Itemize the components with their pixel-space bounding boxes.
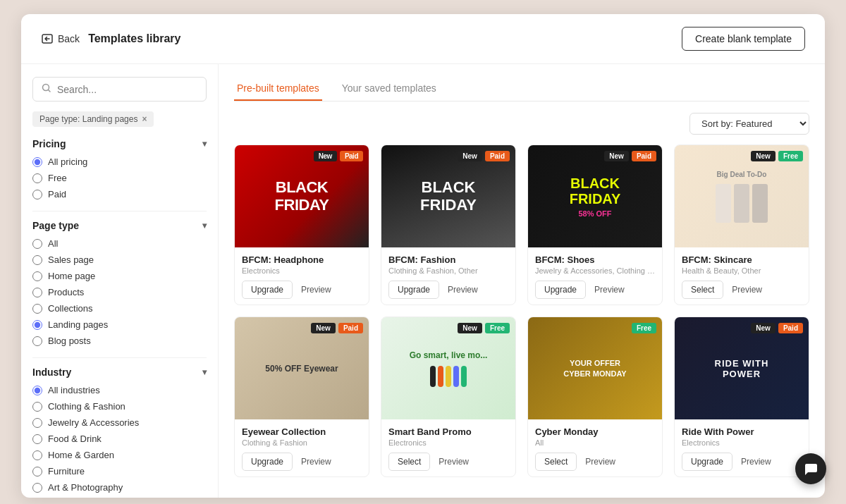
page-type-blog[interactable]: Blog posts bbox=[32, 336, 207, 346]
template-name: BFCM: Headphone bbox=[242, 254, 362, 265]
page-type-products[interactable]: Products bbox=[32, 287, 207, 297]
pricing-section-header[interactable]: Pricing ▾ bbox=[32, 138, 207, 149]
page-type-landing-radio[interactable] bbox=[32, 320, 42, 330]
industry-options: All industries Clothing & Fashion Jewelr… bbox=[32, 385, 207, 498]
industry-section: Industry ▾ All industries Clothing & Fas… bbox=[32, 367, 207, 498]
industry-label: Industry bbox=[32, 367, 71, 378]
upgrade-button[interactable]: Upgrade bbox=[242, 453, 293, 471]
industry-jewelry-radio[interactable] bbox=[32, 418, 42, 428]
preview-button[interactable]: Preview bbox=[298, 281, 334, 299]
industry-home-garden[interactable]: Home & Garden bbox=[32, 450, 207, 460]
template-card-eyewear: 50% OFF Eyewear New Paid Eyewear Collect… bbox=[234, 316, 369, 477]
badge-new: New bbox=[458, 151, 482, 161]
create-blank-button[interactable]: Create blank template bbox=[682, 27, 805, 51]
template-grid: BLACKFRIDAY New Paid BFCM: Headphone Ele… bbox=[234, 145, 809, 477]
template-actions: Select Preview bbox=[535, 453, 655, 471]
pricing-free[interactable]: Free bbox=[32, 173, 207, 183]
sort-select[interactable]: Sort by: Featured Sort by: Newest Sort b… bbox=[689, 113, 809, 135]
template-image-eyewear: 50% OFF Eyewear New Paid bbox=[235, 317, 369, 419]
industry-food-radio[interactable] bbox=[32, 434, 42, 444]
template-card-bfcm-skincare: Big Deal To-Do New Free bbox=[674, 145, 809, 305]
pricing-all-label: All pricing bbox=[48, 156, 87, 167]
preview-button[interactable]: Preview bbox=[729, 281, 765, 299]
template-category: Electronics bbox=[682, 438, 802, 447]
search-box[interactable] bbox=[32, 77, 207, 102]
page-type-sales-radio[interactable] bbox=[32, 255, 42, 265]
pricing-free-radio[interactable] bbox=[32, 173, 42, 183]
badge-paid: Paid bbox=[632, 151, 656, 161]
preview-button[interactable]: Preview bbox=[445, 281, 481, 299]
badge-paid: Paid bbox=[778, 323, 803, 333]
upgrade-button[interactable]: Upgrade bbox=[388, 281, 439, 299]
page-type-all-radio[interactable] bbox=[32, 239, 42, 249]
pricing-paid[interactable]: Paid bbox=[32, 189, 207, 199]
template-card-bfcm-fashion: BLACKFRIDAY New Paid BFCM: Fashion Cloth… bbox=[381, 145, 516, 305]
page-type-all[interactable]: All bbox=[32, 238, 207, 249]
template-display-text: 50% OFF Eyewear bbox=[265, 364, 338, 374]
page-type-section-header[interactable]: Page type ▾ bbox=[32, 220, 207, 231]
industry-home-label: Home & Garden bbox=[48, 450, 114, 460]
page-type-home[interactable]: Home page bbox=[32, 271, 207, 281]
template-actions: Upgrade Preview bbox=[388, 281, 508, 299]
remove-filter-button[interactable]: × bbox=[142, 114, 147, 124]
industry-furniture-radio[interactable] bbox=[32, 467, 42, 477]
template-image-cyber: YOUR OFFERCYBER MONDAY Free bbox=[528, 317, 662, 419]
template-badges: New Paid bbox=[604, 151, 656, 161]
page-type-blog-radio[interactable] bbox=[32, 336, 42, 346]
select-button[interactable]: Select bbox=[535, 453, 577, 471]
select-button[interactable]: Select bbox=[682, 281, 723, 299]
active-filter-tag: Page type: Landing pages × bbox=[32, 111, 154, 127]
template-badges: New Free bbox=[458, 323, 510, 333]
template-card-bfcm-shoes: BLACKFRIDAY 58% OFF New Paid BFCM: Shoes… bbox=[527, 145, 663, 305]
page-type-collections-radio[interactable] bbox=[32, 304, 42, 314]
template-name: Eyewear Collection bbox=[242, 426, 362, 437]
upgrade-button[interactable]: Upgrade bbox=[535, 281, 586, 299]
industry-all[interactable]: All industries bbox=[32, 385, 207, 395]
pricing-paid-radio[interactable] bbox=[32, 190, 42, 199]
page-type-home-radio[interactable] bbox=[32, 271, 42, 281]
industry-furniture[interactable]: Furniture bbox=[32, 466, 207, 477]
search-input[interactable] bbox=[57, 84, 197, 95]
page-type-landing[interactable]: Landing pages bbox=[32, 319, 207, 330]
page-type-sales[interactable]: Sales page bbox=[32, 254, 207, 265]
back-button[interactable]: Back bbox=[41, 32, 80, 45]
page-type-home-label: Home page bbox=[48, 271, 95, 281]
industry-art-radio[interactable] bbox=[32, 483, 42, 493]
upgrade-button[interactable]: Upgrade bbox=[682, 453, 732, 471]
tab-pre-built[interactable]: Pre-built templates bbox=[234, 77, 322, 101]
template-info: Cyber Monday All Select Preview bbox=[528, 419, 662, 477]
badge-new: New bbox=[311, 323, 336, 333]
upgrade-button[interactable]: Upgrade bbox=[242, 281, 293, 299]
industry-art[interactable]: Art & Photography bbox=[32, 482, 207, 493]
pricing-paid-label: Paid bbox=[48, 189, 66, 199]
industry-all-radio[interactable] bbox=[32, 386, 42, 395]
chat-bubble-button[interactable] bbox=[795, 453, 826, 484]
industry-clothing-radio[interactable] bbox=[32, 402, 42, 412]
select-button[interactable]: Select bbox=[388, 453, 430, 471]
template-actions: Upgrade Preview bbox=[682, 453, 802, 471]
badge-paid: Paid bbox=[340, 151, 363, 161]
industry-home-radio[interactable] bbox=[32, 450, 42, 460]
page-type-products-label: Products bbox=[48, 287, 84, 297]
template-info: Ride With Power Electronics Upgrade Prev… bbox=[675, 419, 809, 477]
preview-button[interactable]: Preview bbox=[738, 453, 774, 471]
industry-all-label: All industries bbox=[48, 385, 100, 395]
page-type-products-radio[interactable] bbox=[32, 288, 42, 297]
template-actions: Upgrade Preview bbox=[242, 281, 362, 299]
tab-saved[interactable]: Your saved templates bbox=[339, 77, 439, 101]
pricing-all-pricing[interactable]: All pricing bbox=[32, 156, 207, 167]
industry-clothing[interactable]: Clothing & Fashion bbox=[32, 401, 207, 412]
pricing-all-radio[interactable] bbox=[32, 157, 42, 167]
preview-button[interactable]: Preview bbox=[591, 281, 627, 299]
page-type-collections-label: Collections bbox=[48, 303, 93, 314]
preview-button[interactable]: Preview bbox=[298, 453, 334, 471]
divider-1 bbox=[32, 211, 207, 211]
industry-chevron-icon: ▾ bbox=[202, 367, 207, 377]
industry-section-header[interactable]: Industry ▾ bbox=[32, 367, 207, 378]
page-type-collections[interactable]: Collections bbox=[32, 303, 207, 314]
preview-button[interactable]: Preview bbox=[582, 453, 618, 471]
industry-food[interactable]: Food & Drink bbox=[32, 434, 207, 444]
template-actions: Select Preview bbox=[388, 453, 508, 471]
industry-jewelry[interactable]: Jewelry & Accessories bbox=[32, 417, 207, 428]
preview-button[interactable]: Preview bbox=[436, 453, 472, 471]
